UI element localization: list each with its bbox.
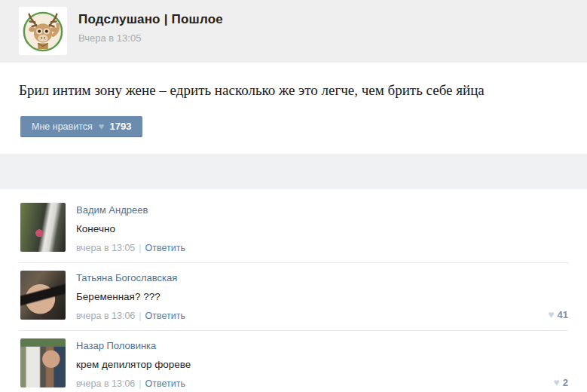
meta-separator: |	[139, 311, 141, 321]
commenter-avatar[interactable]	[20, 271, 66, 320]
comment-likes[interactable]: ♥ 41	[548, 308, 568, 320]
deer-avatar-icon	[21, 9, 65, 53]
comment-body: Татьяна Богославская Беременная? ??? вче…	[76, 271, 567, 321]
heart-icon: ♥	[99, 121, 105, 132]
post-header-info: Подслушано | Пошлое Вчера в 13:05	[78, 7, 223, 44]
comments-list: Вадим Андреев Конечно вчера в 13:05|Отве…	[0, 189, 587, 392]
comment: Татьяна Богославская Беременная? ??? вче…	[19, 262, 568, 330]
comment-text: крем депилятор фореве	[76, 359, 567, 370]
post-text: Брил интим зону жене – едрить насколько …	[19, 82, 568, 99]
comment-author-link[interactable]: Татьяна Богославская	[76, 272, 177, 283]
like-count: 1793	[110, 121, 132, 132]
comment-timestamp: вчера в 13:05	[76, 243, 135, 253]
vk-post-page: Подслушано | Пошлое Вчера в 13:05 Брил и…	[0, 0, 587, 392]
comment-like-count: 2	[563, 377, 568, 388]
comment: Назар Половинка крем депилятор фореве вч…	[19, 330, 568, 392]
like-button-label: Мне нравится	[32, 121, 93, 132]
comment-likes[interactable]: ♥ 2	[553, 376, 568, 388]
comment: Вадим Андреев Конечно вчера в 13:05|Отве…	[19, 189, 568, 262]
comment-meta: вчера в 13:06|Ответить	[76, 311, 567, 321]
reply-link[interactable]: Ответить	[145, 243, 185, 253]
comment-text: Беременная? ???	[76, 291, 567, 302]
meta-separator: |	[139, 378, 141, 389]
post-bottom-spacer	[0, 137, 587, 154]
section-divider-band	[0, 154, 587, 189]
meta-separator: |	[139, 243, 141, 253]
heart-icon: ♥	[548, 308, 554, 320]
comment-meta: вчера в 13:05|Ответить	[76, 243, 567, 253]
comment-body: Вадим Андреев Конечно вчера в 13:05|Отве…	[76, 203, 567, 253]
comment-timestamp: вчера в 13:06	[76, 378, 135, 389]
comment-body: Назар Половинка крем депилятор фореве вч…	[76, 338, 567, 389]
group-name-link[interactable]: Подслушано | Пошлое	[78, 12, 223, 27]
commenter-avatar[interactable]	[20, 338, 66, 387]
comment-text: Конечно	[76, 223, 567, 234]
heart-icon: ♥	[553, 376, 559, 388]
commenter-avatar[interactable]	[20, 203, 66, 252]
post-header: Подслушано | Пошлое Вчера в 13:05	[0, 0, 587, 63]
comment-author-link[interactable]: Вадим Андреев	[76, 204, 148, 216]
group-avatar[interactable]	[19, 7, 67, 55]
comment-author-link[interactable]: Назар Половинка	[76, 340, 156, 351]
comment-like-count: 41	[558, 309, 568, 320]
like-button[interactable]: Мне нравится ♥ 1793	[20, 116, 142, 137]
post-timestamp: Вчера в 13:05	[78, 32, 223, 44]
reply-link[interactable]: Ответить	[145, 311, 185, 321]
comment-meta: вчера в 13:06|Ответить	[76, 378, 567, 389]
comment-timestamp: вчера в 13:06	[76, 311, 135, 321]
reply-link[interactable]: Ответить	[145, 378, 185, 389]
